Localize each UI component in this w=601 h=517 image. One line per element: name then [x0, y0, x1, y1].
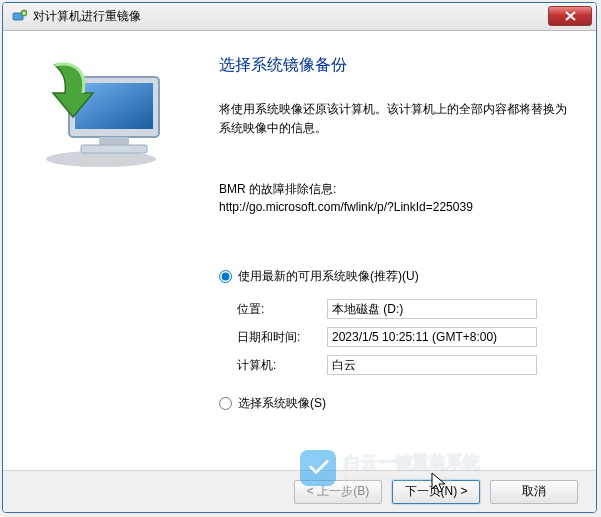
svg-rect-6: [99, 137, 129, 145]
use-latest-label: 使用最新的可用系统映像(推荐)(U): [238, 268, 419, 285]
cancel-button[interactable]: 取消: [490, 480, 578, 504]
field-location: 位置: 本地磁盘 (D:): [237, 299, 568, 319]
select-image-radio[interactable]: [219, 397, 232, 410]
computer-value: 白云: [327, 355, 537, 375]
option-select-image[interactable]: 选择系统映像(S): [219, 395, 568, 412]
image-details: 位置: 本地磁盘 (D:) 日期和时间: 2023/1/5 10:25:11 (…: [237, 299, 568, 375]
bmr-link[interactable]: http://go.microsoft.com/fwlink/p/?LinkId…: [219, 200, 473, 214]
description-text: 将使用系统映像还原该计算机。该计算机上的全部内容都将替换为系统映像中的信息。: [219, 100, 568, 138]
button-bar: < 上一步(B) 下一页(N) > 取消: [3, 470, 596, 512]
use-latest-radio[interactable]: [219, 270, 232, 283]
bmr-info: BMR 的故障排除信息: http://go.microsoft.com/fwl…: [219, 180, 568, 216]
next-button[interactable]: 下一页(N) >: [392, 480, 480, 504]
select-image-label: 选择系统映像(S): [238, 395, 326, 412]
titlebar: 对计算机进行重镜像: [3, 3, 596, 31]
page-heading: 选择系统镜像备份: [219, 55, 568, 76]
datetime-label: 日期和时间:: [237, 329, 327, 346]
window-title: 对计算机进行重镜像: [33, 8, 141, 25]
bmr-label: BMR 的故障排除信息:: [219, 180, 568, 198]
app-icon: [11, 9, 27, 25]
back-button[interactable]: < 上一步(B): [294, 480, 382, 504]
datetime-value: 2023/1/5 10:25:11 (GMT+8:00): [327, 327, 537, 347]
main-panel: 选择系统镜像备份 将使用系统映像还原该计算机。该计算机上的全部内容都将替换为系统…: [203, 45, 596, 469]
close-button[interactable]: [548, 6, 592, 26]
field-computer: 计算机: 白云: [237, 355, 568, 375]
illustration-panel: [3, 45, 203, 469]
svg-rect-7: [81, 145, 147, 153]
svg-rect-5: [75, 83, 153, 129]
option-use-latest[interactable]: 使用最新的可用系统映像(推荐)(U): [219, 268, 568, 285]
dialog-window: 对计算机进行重镜像: [2, 2, 597, 513]
location-value: 本地磁盘 (D:): [327, 299, 537, 319]
close-icon: [565, 11, 576, 21]
location-label: 位置:: [237, 301, 327, 318]
restore-illustration-icon: [31, 59, 171, 169]
field-datetime: 日期和时间: 2023/1/5 10:25:11 (GMT+8:00): [237, 327, 568, 347]
computer-label: 计算机:: [237, 357, 327, 374]
content-area: 选择系统镜像备份 将使用系统映像还原该计算机。该计算机上的全部内容都将替换为系统…: [3, 31, 596, 469]
